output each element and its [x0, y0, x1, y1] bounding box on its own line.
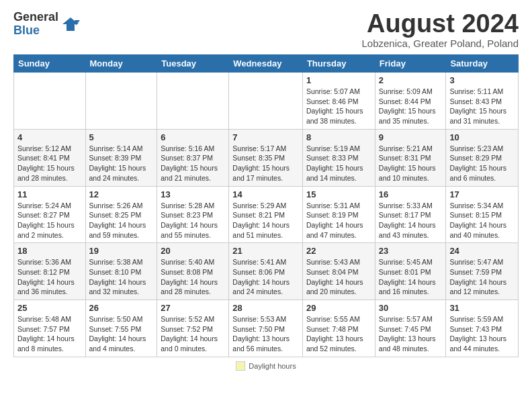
day-info: Sunrise: 5:31 AM Sunset: 8:19 PM Dayligh… [306, 201, 371, 240]
day-number: 13 [161, 189, 225, 199]
calendar-cell [229, 73, 303, 130]
calendar-cell: 18Sunrise: 5:36 AM Sunset: 8:12 PM Dayli… [14, 243, 86, 300]
day-info: Sunrise: 5:33 AM Sunset: 8:17 PM Dayligh… [379, 201, 443, 240]
day-info: Sunrise: 5:59 AM Sunset: 7:43 PM Dayligh… [449, 314, 515, 354]
calendar-header: SundayMondayTuesdayWednesdayThursdayFrid… [14, 55, 519, 73]
day-number: 26 [89, 303, 154, 313]
day-info: Sunrise: 5:52 AM Sunset: 7:52 PM Dayligh… [161, 314, 225, 354]
calendar-week-row: 11Sunrise: 5:24 AM Sunset: 8:27 PM Dayli… [14, 186, 519, 243]
calendar-cell: 1Sunrise: 5:07 AM Sunset: 8:46 PM Daylig… [302, 73, 375, 130]
day-info: Sunrise: 5:45 AM Sunset: 8:01 PM Dayligh… [379, 257, 443, 297]
calendar-cell: 14Sunrise: 5:29 AM Sunset: 8:21 PM Dayli… [229, 186, 303, 243]
day-number: 12 [89, 189, 154, 199]
calendar-day-header: Saturday [446, 55, 519, 73]
calendar-cell: 6Sunrise: 5:16 AM Sunset: 8:37 PM Daylig… [157, 129, 229, 186]
calendar-day-header: Thursday [302, 55, 375, 73]
day-info: Sunrise: 5:23 AM Sunset: 8:29 PM Dayligh… [449, 144, 515, 183]
day-info: Sunrise: 5:48 AM Sunset: 7:57 PM Dayligh… [17, 314, 82, 354]
location-label: Lobzenica, Greater Poland, Poland [362, 38, 519, 49]
calendar-week-row: 25Sunrise: 5:48 AM Sunset: 7:57 PM Dayli… [14, 300, 519, 357]
calendar-day-header: Tuesday [157, 55, 229, 73]
day-number: 7 [232, 132, 299, 142]
day-number: 2 [379, 75, 443, 85]
calendar-footer: Daylight hours [13, 361, 519, 371]
calendar-cell [157, 73, 229, 130]
day-number: 29 [306, 303, 371, 313]
calendar-week-row: 18Sunrise: 5:36 AM Sunset: 8:12 PM Dayli… [14, 243, 519, 300]
day-number: 20 [161, 246, 225, 256]
day-number: 1 [306, 75, 371, 85]
day-number: 21 [232, 246, 299, 256]
calendar-cell: 26Sunrise: 5:50 AM Sunset: 7:55 PM Dayli… [85, 300, 157, 357]
calendar-cell: 30Sunrise: 5:57 AM Sunset: 7:45 PM Dayli… [375, 300, 446, 357]
day-number: 22 [306, 246, 371, 256]
calendar-cell [85, 73, 157, 130]
calendar-cell: 20Sunrise: 5:40 AM Sunset: 8:08 PM Dayli… [157, 243, 229, 300]
day-number: 3 [449, 75, 515, 85]
calendar-day-header: Wednesday [229, 55, 303, 73]
calendar-cell: 2Sunrise: 5:09 AM Sunset: 8:44 PM Daylig… [375, 73, 446, 130]
title-block: August 2024 Lobzenica, Greater Poland, P… [362, 11, 519, 49]
day-info: Sunrise: 5:11 AM Sunset: 8:43 PM Dayligh… [449, 87, 515, 126]
calendar-cell: 9Sunrise: 5:21 AM Sunset: 8:31 PM Daylig… [375, 129, 446, 186]
calendar-cell: 4Sunrise: 5:12 AM Sunset: 8:41 PM Daylig… [14, 129, 86, 186]
day-info: Sunrise: 5:40 AM Sunset: 8:08 PM Dayligh… [161, 257, 225, 297]
calendar-cell: 22Sunrise: 5:43 AM Sunset: 8:04 PM Dayli… [302, 243, 375, 300]
calendar-cell: 13Sunrise: 5:28 AM Sunset: 8:23 PM Dayli… [157, 186, 229, 243]
calendar-table: SundayMondayTuesdayWednesdayThursdayFrid… [13, 54, 519, 357]
day-info: Sunrise: 5:43 AM Sunset: 8:04 PM Dayligh… [306, 257, 371, 297]
calendar-cell: 23Sunrise: 5:45 AM Sunset: 8:01 PM Dayli… [375, 243, 446, 300]
day-number: 8 [306, 132, 371, 142]
calendar-day-header: Sunday [14, 55, 86, 73]
calendar-cell: 27Sunrise: 5:52 AM Sunset: 7:52 PM Dayli… [157, 300, 229, 357]
day-number: 9 [379, 132, 443, 142]
day-number: 24 [449, 246, 515, 256]
day-number: 30 [379, 303, 443, 313]
day-number: 14 [232, 189, 299, 199]
day-info: Sunrise: 5:12 AM Sunset: 8:41 PM Dayligh… [17, 144, 82, 183]
calendar-body: 1Sunrise: 5:07 AM Sunset: 8:46 PM Daylig… [14, 73, 519, 357]
logo-icon [61, 15, 80, 34]
day-info: Sunrise: 5:24 AM Sunset: 8:27 PM Dayligh… [17, 201, 82, 240]
calendar-cell: 12Sunrise: 5:26 AM Sunset: 8:25 PM Dayli… [85, 186, 157, 243]
day-info: Sunrise: 5:38 AM Sunset: 8:10 PM Dayligh… [89, 257, 154, 297]
calendar-day-header: Friday [375, 55, 446, 73]
day-info: Sunrise: 5:29 AM Sunset: 8:21 PM Dayligh… [232, 201, 299, 240]
day-info: Sunrise: 5:57 AM Sunset: 7:45 PM Dayligh… [379, 314, 443, 354]
day-number: 25 [17, 303, 82, 313]
day-number: 19 [89, 246, 154, 256]
calendar-cell: 11Sunrise: 5:24 AM Sunset: 8:27 PM Dayli… [14, 186, 86, 243]
calendar-day-header: Monday [85, 55, 157, 73]
day-number: 10 [449, 132, 515, 142]
day-number: 16 [379, 189, 443, 199]
day-info: Sunrise: 5:36 AM Sunset: 8:12 PM Dayligh… [17, 257, 82, 297]
day-info: Sunrise: 5:07 AM Sunset: 8:46 PM Dayligh… [306, 87, 371, 126]
daylight-legend-label: Daylight hours [249, 362, 296, 370]
calendar-cell: 8Sunrise: 5:19 AM Sunset: 8:33 PM Daylig… [302, 129, 375, 186]
day-info: Sunrise: 5:17 AM Sunset: 8:35 PM Dayligh… [232, 144, 299, 183]
calendar-cell: 16Sunrise: 5:33 AM Sunset: 8:17 PM Dayli… [375, 186, 446, 243]
day-info: Sunrise: 5:16 AM Sunset: 8:37 PM Dayligh… [161, 144, 225, 183]
daylight-legend-dot [236, 361, 245, 371]
day-info: Sunrise: 5:41 AM Sunset: 8:06 PM Dayligh… [232, 257, 299, 297]
calendar-cell: 17Sunrise: 5:34 AM Sunset: 8:15 PM Dayli… [446, 186, 519, 243]
day-number: 15 [306, 189, 371, 199]
svg-marker-1 [75, 20, 80, 26]
day-info: Sunrise: 5:26 AM Sunset: 8:25 PM Dayligh… [89, 201, 154, 240]
day-info: Sunrise: 5:34 AM Sunset: 8:15 PM Dayligh… [449, 201, 515, 240]
calendar-cell [14, 73, 86, 130]
calendar-week-row: 1Sunrise: 5:07 AM Sunset: 8:46 PM Daylig… [14, 73, 519, 130]
calendar-cell: 29Sunrise: 5:55 AM Sunset: 7:48 PM Dayli… [302, 300, 375, 357]
calendar-cell: 5Sunrise: 5:14 AM Sunset: 8:39 PM Daylig… [85, 129, 157, 186]
calendar-cell: 10Sunrise: 5:23 AM Sunset: 8:29 PM Dayli… [446, 129, 519, 186]
day-number: 5 [89, 132, 154, 142]
day-info: Sunrise: 5:53 AM Sunset: 7:50 PM Dayligh… [232, 314, 299, 354]
day-info: Sunrise: 5:50 AM Sunset: 7:55 PM Dayligh… [89, 314, 154, 354]
calendar-cell: 3Sunrise: 5:11 AM Sunset: 8:43 PM Daylig… [446, 73, 519, 130]
day-info: Sunrise: 5:28 AM Sunset: 8:23 PM Dayligh… [161, 201, 225, 240]
day-info: Sunrise: 5:19 AM Sunset: 8:33 PM Dayligh… [306, 144, 371, 183]
calendar-cell: 7Sunrise: 5:17 AM Sunset: 8:35 PM Daylig… [229, 129, 303, 186]
day-number: 27 [161, 303, 225, 313]
day-info: Sunrise: 5:14 AM Sunset: 8:39 PM Dayligh… [89, 144, 154, 183]
calendar-cell: 24Sunrise: 5:47 AM Sunset: 7:59 PM Dayli… [446, 243, 519, 300]
